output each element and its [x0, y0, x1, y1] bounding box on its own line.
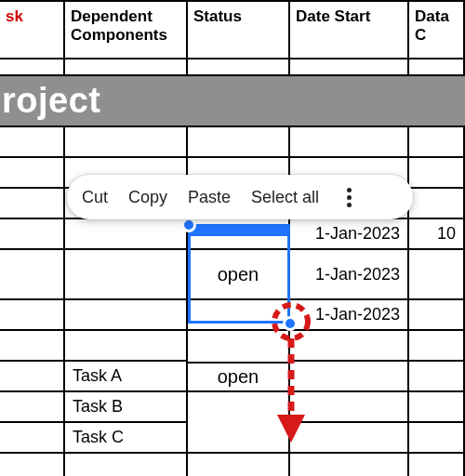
- cell[interactable]: [0, 219, 65, 250]
- cell[interactable]: [409, 127, 465, 158]
- col-header-task[interactable]: sk: [0, 2, 65, 60]
- context-menu: Cut Copy Paste Select all: [67, 175, 413, 219]
- cell[interactable]: [409, 250, 465, 300]
- cell[interactable]: [409, 331, 465, 362]
- table-row[interactable]: complete 1-Jan-2023 10: [0, 219, 465, 250]
- cell[interactable]: [409, 300, 465, 331]
- project-banner: roject: [0, 76, 465, 127]
- table-row[interactable]: open 1-Jan-2023: [0, 250, 465, 300]
- ctx-copy[interactable]: Copy: [128, 188, 167, 207]
- cell-status[interactable]: open: [188, 362, 290, 392]
- cell-dependent[interactable]: Task B: [65, 392, 188, 423]
- project-banner-title: roject: [2, 81, 100, 121]
- cell[interactable]: [409, 392, 465, 423]
- table-row[interactable]: Task C: [0, 423, 465, 454]
- table-row[interactable]: [0, 127, 465, 158]
- table-row[interactable]: [0, 331, 465, 362]
- table-row[interactable]: 1-Jan-2023: [0, 300, 465, 331]
- cell[interactable]: [188, 331, 290, 362]
- ctx-select-all[interactable]: Select all: [251, 188, 319, 207]
- cell[interactable]: [409, 189, 465, 219]
- cell[interactable]: [0, 189, 65, 219]
- col-header-dependent[interactable]: Dependent Components: [65, 2, 188, 60]
- cell[interactable]: [188, 392, 290, 423]
- cell[interactable]: [290, 392, 409, 423]
- spreadsheet-viewport[interactable]: sk Dependent Components Status Date Star…: [0, 0, 465, 476]
- ctx-more-icon[interactable]: [339, 188, 358, 207]
- cell[interactable]: [65, 219, 188, 250]
- cell[interactable]: [290, 127, 409, 158]
- column-header-row: sk Dependent Components Status Date Star…: [0, 0, 465, 60]
- cell[interactable]: [0, 454, 65, 476]
- cell[interactable]: [0, 127, 65, 158]
- cell-date-start[interactable]: 1-Jan-2023: [290, 300, 409, 331]
- cell[interactable]: [0, 423, 65, 454]
- cell[interactable]: [290, 423, 409, 454]
- cell[interactable]: [188, 454, 290, 476]
- col-header-data-c[interactable]: Data C: [409, 2, 465, 60]
- cell[interactable]: [409, 423, 465, 454]
- cell[interactable]: [188, 127, 290, 158]
- cell[interactable]: [409, 454, 465, 476]
- spacer-row: [0, 60, 465, 76]
- cell[interactable]: [290, 331, 409, 362]
- cell[interactable]: [0, 331, 65, 362]
- table-row[interactable]: [0, 454, 465, 476]
- cell[interactable]: [0, 392, 65, 423]
- cell[interactable]: [290, 362, 409, 392]
- cell-date-start[interactable]: 1-Jan-2023: [290, 250, 409, 300]
- cell-status[interactable]: open: [188, 250, 290, 300]
- cell[interactable]: [290, 454, 409, 476]
- ctx-cut[interactable]: Cut: [82, 188, 108, 207]
- cell[interactable]: [65, 331, 188, 362]
- cell-status[interactable]: complete: [188, 219, 290, 250]
- cell-dependent[interactable]: Task C: [65, 423, 188, 454]
- cell-date-start[interactable]: 1-Jan-2023: [290, 219, 409, 250]
- cell[interactable]: [65, 300, 188, 331]
- selection-handle-top-left[interactable]: [181, 218, 196, 232]
- cell-dependent[interactable]: Task A: [65, 362, 188, 392]
- cell[interactable]: [65, 250, 188, 300]
- cell[interactable]: [409, 362, 465, 392]
- cell[interactable]: [188, 423, 290, 454]
- cell[interactable]: [0, 158, 65, 189]
- cell-data-c[interactable]: 10: [409, 219, 465, 250]
- col-header-status[interactable]: Status: [188, 2, 290, 60]
- cell[interactable]: [0, 250, 65, 300]
- col-header-date-start[interactable]: Date Start: [290, 2, 409, 60]
- cell[interactable]: [188, 300, 290, 331]
- table-row[interactable]: Task B: [0, 392, 465, 423]
- cell[interactable]: [65, 127, 188, 158]
- ctx-paste[interactable]: Paste: [188, 188, 231, 207]
- cell[interactable]: [0, 362, 65, 392]
- cell[interactable]: [0, 300, 65, 331]
- cell[interactable]: [65, 454, 188, 476]
- cell[interactable]: [409, 158, 465, 189]
- table-row[interactable]: Task A open: [0, 362, 465, 392]
- selection-handle-bottom-right[interactable]: [283, 316, 298, 331]
